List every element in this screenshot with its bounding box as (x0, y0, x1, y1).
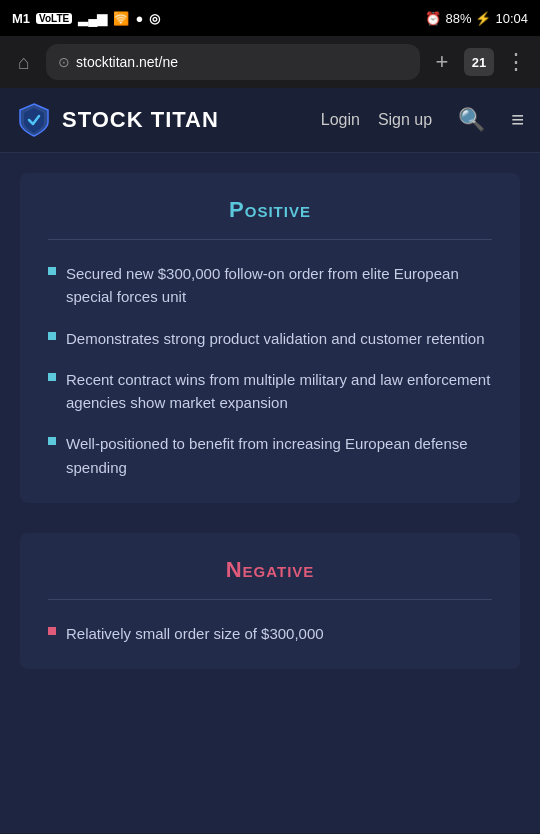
browser-chrome: ⌂ ⊙ stocktitan.net/ne + 21 ⋮ (0, 36, 540, 88)
positive-section-card: Positive Secured new $300,000 follow-on … (20, 173, 520, 503)
positive-item-1: Secured new $300,000 follow-on order fro… (66, 262, 492, 309)
positive-item-4: Well-positioned to benefit from increasi… (66, 432, 492, 479)
browser-actions: + 21 ⋮ (428, 48, 530, 76)
signup-link[interactable]: Sign up (378, 111, 432, 129)
signal-icon: ▂▄▆ (78, 11, 107, 26)
positive-item-2: Demonstrates strong product validation a… (66, 327, 485, 350)
tab-count-button[interactable]: 21 (464, 48, 494, 76)
positive-section-title: Positive (48, 197, 492, 223)
wifi-icon: 🛜 (113, 11, 129, 26)
new-tab-button[interactable]: + (428, 48, 456, 76)
nav-links: Login Sign up 🔍 ≡ (321, 107, 524, 133)
positive-item-3: Recent contract wins from multiple milit… (66, 368, 492, 415)
list-item: Secured new $300,000 follow-on order fro… (48, 262, 492, 309)
logo-icon (16, 102, 52, 138)
charging-icon: ⚡ (475, 11, 491, 26)
positive-bullet-list: Secured new $300,000 follow-on order fro… (48, 262, 492, 479)
volte-badge: VoLTE (36, 13, 72, 24)
list-item: Recent contract wins from multiple milit… (48, 368, 492, 415)
browser-url-bar[interactable]: ⊙ stocktitan.net/ne (46, 44, 420, 80)
bullet-icon-negative (48, 627, 56, 635)
negative-section-title: Negative (48, 557, 492, 583)
negative-section-card: Negative Relatively small order size of … (20, 533, 520, 669)
login-link[interactable]: Login (321, 111, 360, 129)
negative-bullet-list: Relatively small order size of $300,000 (48, 622, 492, 645)
bullet-icon (48, 332, 56, 340)
negative-item-1: Relatively small order size of $300,000 (66, 622, 324, 645)
site-logo[interactable]: STOCK TITAN (16, 102, 321, 138)
status-bar: M1 VoLTE ▂▄▆ 🛜 ● ◎ ⏰ 88% ⚡ 10:04 (0, 0, 540, 36)
url-text: stocktitan.net/ne (76, 54, 408, 70)
negative-divider (48, 599, 492, 600)
browser-menu-button[interactable]: ⋮ (502, 48, 530, 76)
alarm-icon: ⏰ (425, 11, 441, 26)
whatsapp-icon: ● (135, 11, 143, 26)
list-item: Demonstrates strong product validation a… (48, 327, 492, 350)
battery-percent: 88% (445, 11, 471, 26)
home-icon: ⌂ (18, 51, 30, 74)
main-content: Positive Secured new $300,000 follow-on … (0, 153, 540, 833)
clock: 10:04 (495, 11, 528, 26)
search-icon[interactable]: 🔍 (458, 107, 485, 133)
logo-text: STOCK TITAN (62, 107, 219, 133)
carrier-label: M1 (12, 11, 30, 26)
url-site-icon: ⊙ (58, 54, 70, 70)
bullet-icon (48, 373, 56, 381)
menu-icon[interactable]: ≡ (511, 107, 524, 133)
status-right-group: ⏰ 88% ⚡ 10:04 (425, 11, 528, 26)
instagram-icon: ◎ (149, 11, 160, 26)
bullet-icon (48, 437, 56, 445)
list-item: Well-positioned to benefit from increasi… (48, 432, 492, 479)
status-carrier: M1 VoLTE ▂▄▆ 🛜 ● ◎ (12, 11, 160, 26)
nav-bar: STOCK TITAN Login Sign up 🔍 ≡ (0, 88, 540, 153)
bullet-icon (48, 267, 56, 275)
browser-home-button[interactable]: ⌂ (10, 48, 38, 76)
positive-divider (48, 239, 492, 240)
list-item: Relatively small order size of $300,000 (48, 622, 492, 645)
